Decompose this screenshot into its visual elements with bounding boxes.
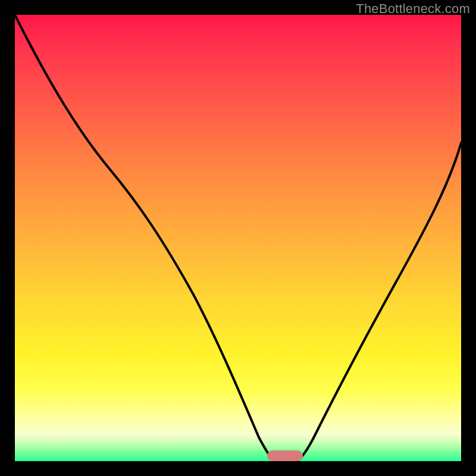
- plot-area: [15, 15, 461, 461]
- bottleneck-curve: [15, 15, 461, 461]
- optimal-range-marker: [267, 450, 303, 461]
- curve-right-branch: [296, 143, 461, 461]
- watermark-text: TheBottleneck.com: [356, 1, 470, 17]
- curve-left-branch: [15, 15, 277, 461]
- chart-frame: TheBottleneck.com: [0, 0, 476, 476]
